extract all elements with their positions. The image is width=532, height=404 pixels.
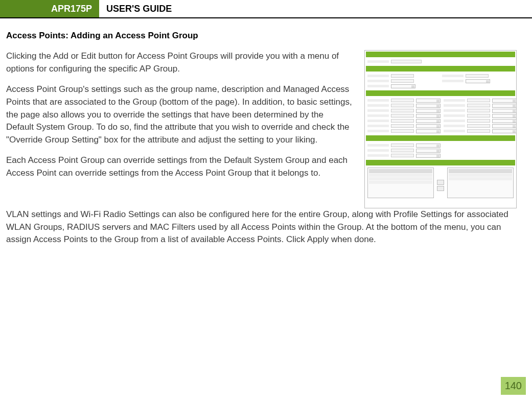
section-title: Access Points: Adding an Access Point Gr… (6, 31, 517, 41)
page-number: 140 (501, 377, 526, 395)
text-column: Clicking the Add or Edit button for Acce… (6, 50, 352, 208)
screenshot-section-bar (366, 160, 515, 165)
screenshot-section-bar (366, 90, 515, 96)
screenshot-section-bar (366, 135, 515, 141)
paragraph-3: Each Access Point Group can override set… (6, 154, 352, 179)
paragraph-2: Access Point Group's settings such as th… (6, 83, 352, 146)
config-screenshot (364, 50, 517, 208)
screenshot-move-left (437, 186, 444, 191)
guide-title: USER'S GUIDE (99, 0, 179, 17)
page-header: APR175P USER'S GUIDE (0, 0, 532, 18)
page-content: Access Points: Adding an Access Point Gr… (0, 18, 532, 246)
screenshot-header-bar (366, 52, 515, 57)
paragraph-1: Clicking the Add or Edit button for Acce… (6, 50, 352, 75)
screenshot-move-right (437, 180, 444, 185)
screenshot-available-list (367, 168, 434, 198)
screenshot-section-bar (366, 66, 515, 72)
paragraph-4: VLAN settings and Wi-Fi Radio Settings c… (6, 208, 517, 246)
model-badge: APR175P (0, 0, 99, 17)
screenshot-selected-list (447, 168, 514, 198)
